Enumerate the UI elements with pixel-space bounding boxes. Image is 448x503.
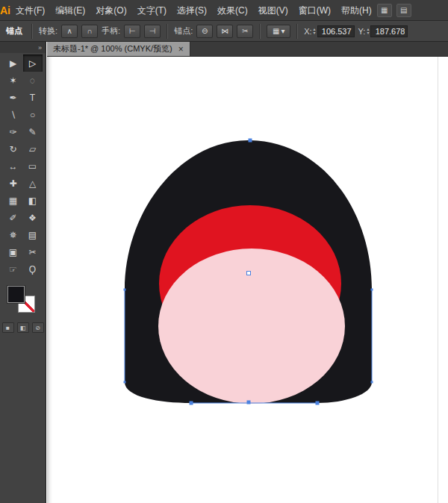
collapse-panel-icon[interactable]: » [38, 44, 42, 51]
convert-label: 转换: [39, 25, 57, 37]
rotate-tool[interactable]: ↻ [4, 140, 23, 157]
menu-item-edit[interactable]: 编辑(E) [50, 0, 90, 21]
shape-builder-tool[interactable]: ✚ [4, 175, 23, 192]
anchor-point-top[interactable] [249, 139, 252, 143]
apps-grid-icon[interactable]: ▦ [377, 4, 392, 17]
transform-grid-dropdown[interactable]: ▦ ▾ [267, 25, 290, 38]
hide-handles-button[interactable]: ⊣ [144, 25, 161, 38]
document-tab-bar: 未标题-1* @ 100% (CMYK/预览) × [47, 42, 448, 57]
canvas[interactable] [47, 57, 448, 503]
paintbrush-tool[interactable]: ✑ [4, 123, 23, 140]
y-coordinate-input[interactable] [370, 25, 408, 37]
blend-tool[interactable]: ❖ [23, 209, 43, 226]
menu-item-select[interactable]: 选择(S) [172, 0, 212, 21]
y-stepper[interactable]: ▴ ▾ [367, 28, 369, 35]
menu-item-help[interactable]: 帮助(H) [336, 0, 377, 21]
type-tool[interactable]: T [23, 89, 43, 106]
separator [167, 24, 168, 39]
y-label: Y: [358, 27, 366, 36]
fill-swatch[interactable] [7, 286, 25, 303]
tools-panel-header: » [0, 42, 46, 53]
hand-tool[interactable]: ☞ [4, 260, 23, 278]
document-tab[interactable]: 未标题-1* @ 100% (CMYK/预览) × [47, 42, 190, 56]
mesh-tool[interactable]: ▦ [4, 192, 23, 209]
document-tab-title: 未标题-1* @ 100% (CMYK/预览) [53, 43, 172, 54]
direct-selection-tool[interactable]: ▷ [23, 54, 43, 72]
eyedropper-tool[interactable]: ✐ [4, 209, 23, 226]
tools-panel: » ▶ ▷ ✶ ◌ ✒ T ∖ ○ ✑ ✎ ↻ ▱ ↔ ▭ ✚ △ ▦ ◧ ✐ … [0, 42, 46, 503]
spin-down-icon[interactable]: ▾ [367, 31, 369, 35]
column-graph-tool[interactable]: ▤ [23, 226, 43, 243]
anchor-point-left-lower[interactable] [124, 381, 126, 384]
anchor-point-bottom-left[interactable] [190, 402, 193, 405]
x-coordinate-input[interactable] [317, 25, 355, 37]
x-stepper[interactable]: ▴ ▾ [314, 28, 316, 35]
menu-item-file[interactable]: 文件(F) [10, 0, 50, 21]
x-coordinate-field: X: ▴ ▾ [304, 25, 354, 37]
scale-tool[interactable]: ▱ [23, 140, 43, 157]
pencil-tool[interactable]: ✎ [23, 123, 43, 140]
separator [31, 24, 33, 39]
handles-label: 手柄: [102, 25, 120, 37]
menu-item-window[interactable]: 窗口(W) [293, 0, 336, 21]
paint-style-buttons: ■ ◧ ⊘ [0, 322, 46, 333]
pen-tool[interactable]: ✒ [4, 89, 23, 106]
cut-path-button[interactable]: ✂ [237, 25, 253, 38]
gradient-button[interactable]: ◧ [17, 322, 29, 333]
y-coordinate-field: Y: ▴ ▾ [358, 25, 408, 37]
symbol-sprayer-tool[interactable]: ✵ [4, 226, 23, 243]
menu-item-view[interactable]: 视图(V) [253, 0, 293, 21]
anchor-point-right-lower[interactable] [371, 381, 373, 384]
x-label: X: [304, 27, 311, 36]
grid-icon: ▦ [273, 27, 279, 35]
menu-bar: Ai 文件(F) 编辑(E) 对象(O) 文字(T) 选择(S) 效果(C) 视… [0, 0, 448, 21]
connect-anchors-button[interactable]: ⋈ [217, 25, 233, 38]
lasso-tool[interactable]: ◌ [23, 72, 43, 89]
anchor-point-right-upper[interactable] [371, 289, 373, 291]
separator [296, 24, 298, 39]
anchor-point-left-upper[interactable] [124, 289, 126, 291]
control-bar: 锚点 转换: ∧ ∩ 手柄: ⊢ ⊣ 锚点: ⊖ ⋈ ✂ ▦ ▾ X: ▴ ▾ … [0, 21, 448, 42]
line-segment-tool[interactable]: ∖ [4, 106, 23, 123]
slice-tool[interactable]: ✂ [23, 243, 43, 260]
arrange-documents-icon[interactable]: ▤ [396, 4, 411, 17]
remove-anchor-button[interactable]: ⊖ [196, 25, 213, 38]
spin-down-icon[interactable]: ▾ [314, 31, 316, 35]
convert-to-corner-button[interactable]: ∧ [61, 25, 78, 38]
convert-to-smooth-button[interactable]: ∩ [81, 25, 98, 38]
magic-wand-tool[interactable]: ✶ [4, 72, 23, 89]
separator [259, 24, 261, 39]
anchor-point-bottom-right[interactable] [316, 402, 320, 405]
object-center-point[interactable] [247, 272, 251, 275]
none-button[interactable]: ⊘ [32, 322, 44, 333]
menu-bar-right: ▦ ▤ [377, 4, 411, 17]
artwork-layer [47, 57, 448, 503]
perspective-grid-tool[interactable]: △ [23, 175, 43, 192]
width-tool[interactable]: ↔ [4, 157, 23, 175]
close-tab-icon[interactable]: × [178, 45, 184, 54]
gradient-tool[interactable]: ◧ [23, 192, 43, 209]
artboard-tool[interactable]: ▣ [4, 243, 23, 260]
zoom-tool[interactable]: Ϙ [23, 260, 43, 278]
selection-tool[interactable]: ▶ [4, 54, 23, 72]
illustrator-window: Ai 文件(F) 编辑(E) 对象(O) 文字(T) 选择(S) 效果(C) 视… [0, 0, 448, 503]
context-mode-label: 锚点 [6, 25, 22, 37]
show-handles-button[interactable]: ⊢ [124, 25, 140, 38]
anchors-label: 锚点: [174, 25, 193, 37]
free-transform-tool[interactable]: ▭ [23, 157, 43, 175]
app-logo-icon[interactable]: Ai [0, 0, 10, 21]
menu-item-object[interactable]: 对象(O) [90, 0, 131, 21]
ellipse-tool[interactable]: ○ [23, 106, 43, 123]
chevron-down-icon: ▾ [281, 27, 284, 35]
fill-stroke-swatches [0, 282, 46, 319]
color-button[interactable]: ■ [2, 322, 14, 333]
anchor-point-bottom-mid[interactable] [247, 401, 251, 404]
menu-item-type[interactable]: 文字(T) [132, 0, 172, 21]
tools-grid: ▶ ▷ ✶ ◌ ✒ T ∖ ○ ✑ ✎ ↻ ▱ ↔ ▭ ✚ △ ▦ ◧ ✐ ❖ … [0, 54, 46, 278]
menu-item-effect[interactable]: 效果(C) [212, 0, 253, 21]
shape-pink-circle[interactable] [158, 249, 345, 404]
